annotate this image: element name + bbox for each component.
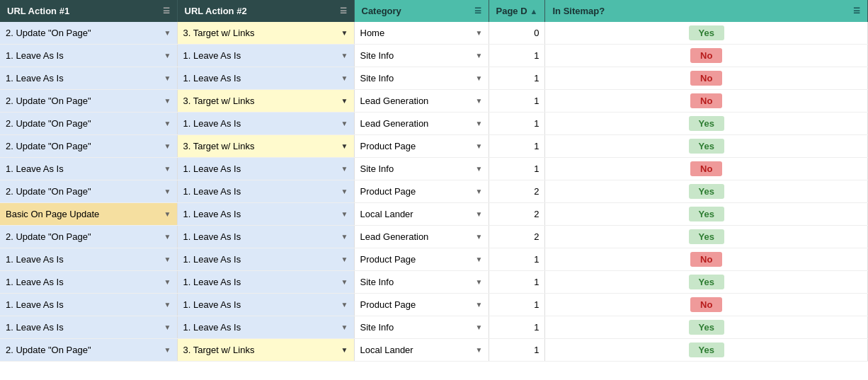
category-cell[interactable]: Home▼	[354, 22, 489, 45]
action2-cell[interactable]: 1. Leave As Is▼	[177, 45, 354, 67]
category-cell[interactable]: Site Info▼	[354, 45, 489, 67]
action2-cell[interactable]: 1. Leave As Is▼	[177, 294, 354, 316]
action2-dropdown-arrow[interactable]: ▼	[341, 346, 348, 354]
action2-cell[interactable]: 1. Leave As Is▼	[177, 203, 354, 226]
category-cell[interactable]: Product Page▼	[354, 135, 489, 158]
category-dropdown-arrow[interactable]: ▼	[476, 346, 483, 354]
category-cell[interactable]: Product Page▼	[354, 248, 489, 271]
action2-cell[interactable]: 3. Target w/ Links▼	[177, 339, 354, 362]
action1-dropdown-arrow[interactable]: ▼	[164, 97, 171, 105]
action1-cell[interactable]: 2. Update "On Page"▼	[0, 90, 177, 113]
category-dropdown-arrow[interactable]: ▼	[476, 29, 483, 37]
action1-cell[interactable]: 2. Update "On Page"▼	[0, 226, 177, 248]
action2-dropdown-arrow[interactable]: ▼	[341, 97, 348, 105]
action1-dropdown-arrow[interactable]: ▼	[164, 278, 171, 286]
action1-dropdown-arrow[interactable]: ▼	[164, 323, 171, 331]
category-cell[interactable]: Lead Generation▼	[354, 226, 489, 248]
action2-dropdown-arrow[interactable]: ▼	[341, 323, 348, 331]
action1-cell[interactable]: 1. Leave As Is▼	[0, 294, 177, 316]
category-cell[interactable]: Lead Generation▼	[354, 113, 489, 135]
action2-cell[interactable]: 1. Leave As Is▼	[177, 248, 354, 271]
action1-dropdown-arrow[interactable]: ▼	[164, 301, 171, 309]
action1-dropdown-arrow[interactable]: ▼	[164, 52, 171, 59]
action2-cell[interactable]: 1. Leave As Is▼	[177, 316, 354, 339]
category-cell[interactable]: Lead Generation▼	[354, 90, 489, 113]
category-dropdown-arrow[interactable]: ▼	[476, 165, 483, 173]
action1-dropdown-arrow[interactable]: ▼	[164, 188, 171, 195]
action1-cell[interactable]: 1. Leave As Is▼	[0, 158, 177, 180]
action2-cell[interactable]: 1. Leave As Is▼	[177, 226, 354, 248]
category-cell[interactable]: Product Page▼	[354, 180, 489, 203]
category-cell[interactable]: Local Lander▼	[354, 203, 489, 226]
action2-dropdown-arrow[interactable]: ▼	[341, 74, 348, 82]
category-dropdown-arrow[interactable]: ▼	[476, 323, 483, 331]
action1-dropdown-arrow[interactable]: ▼	[164, 29, 171, 37]
filter-icon-action2[interactable]: ☰	[340, 6, 347, 16]
action1-value: 1. Leave As Is	[6, 50, 64, 61]
category-cell[interactable]: Site Info▼	[354, 271, 489, 294]
action2-cell[interactable]: 1. Leave As Is▼	[177, 158, 354, 180]
action2-dropdown-arrow[interactable]: ▼	[341, 120, 348, 127]
action1-cell[interactable]: 1. Leave As Is▼	[0, 248, 177, 271]
action2-cell[interactable]: 1. Leave As Is▼	[177, 180, 354, 203]
action1-dropdown-arrow[interactable]: ▼	[164, 233, 171, 241]
action2-dropdown-arrow[interactable]: ▼	[341, 29, 348, 37]
category-dropdown-arrow[interactable]: ▼	[476, 74, 483, 82]
action2-dropdown-arrow[interactable]: ▼	[341, 52, 348, 59]
category-dropdown-arrow[interactable]: ▼	[476, 210, 483, 218]
action1-cell[interactable]: 1. Leave As Is▼	[0, 67, 177, 90]
category-cell[interactable]: Site Info▼	[354, 67, 489, 90]
action2-dropdown-arrow[interactable]: ▼	[341, 188, 348, 195]
filter-icon-category[interactable]: ☰	[474, 6, 481, 16]
category-dropdown-arrow[interactable]: ▼	[476, 255, 483, 263]
category-dropdown-arrow[interactable]: ▼	[476, 120, 483, 127]
category-cell[interactable]: Product Page▼	[354, 294, 489, 316]
category-cell[interactable]: Local Lander▼	[354, 339, 489, 362]
action2-dropdown-arrow[interactable]: ▼	[341, 278, 348, 286]
action1-value: 2. Update "On Page"	[6, 28, 91, 38]
category-dropdown-arrow[interactable]: ▼	[476, 233, 483, 241]
filter-icon-paged[interactable]: ▲	[530, 7, 538, 16]
category-dropdown-arrow[interactable]: ▼	[476, 142, 483, 150]
action1-dropdown-arrow[interactable]: ▼	[164, 346, 171, 354]
action2-dropdown-arrow[interactable]: ▼	[341, 255, 348, 263]
action2-dropdown-arrow[interactable]: ▼	[341, 233, 348, 241]
action1-dropdown-arrow[interactable]: ▼	[164, 74, 171, 82]
action2-dropdown-arrow[interactable]: ▼	[341, 301, 348, 309]
action1-cell[interactable]: Basic On Page Update▼	[0, 203, 177, 226]
action1-dropdown-arrow[interactable]: ▼	[164, 255, 171, 263]
action1-cell[interactable]: 2. Update "On Page"▼	[0, 135, 177, 158]
action2-dropdown-arrow[interactable]: ▼	[341, 210, 348, 218]
action1-dropdown-arrow[interactable]: ▼	[164, 120, 171, 127]
action1-cell[interactable]: 2. Update "On Page"▼	[0, 22, 177, 45]
action2-cell[interactable]: 1. Leave As Is▼	[177, 67, 354, 90]
action1-cell[interactable]: 1. Leave As Is▼	[0, 271, 177, 294]
category-dropdown-arrow[interactable]: ▼	[476, 188, 483, 195]
filter-icon-sitemap[interactable]: ☰	[853, 6, 860, 16]
action1-cell[interactable]: 2. Update "On Page"▼	[0, 339, 177, 362]
action2-value: 1. Leave As Is	[183, 186, 241, 197]
category-dropdown-arrow[interactable]: ▼	[476, 301, 483, 309]
action1-dropdown-arrow[interactable]: ▼	[164, 165, 171, 173]
action2-cell[interactable]: 3. Target w/ Links▼	[177, 90, 354, 113]
action1-dropdown-arrow[interactable]: ▼	[164, 210, 171, 218]
action1-cell[interactable]: 2. Update "On Page"▼	[0, 180, 177, 203]
action2-cell[interactable]: 3. Target w/ Links▼	[177, 135, 354, 158]
filter-icon-action1[interactable]: ☰	[163, 6, 170, 16]
category-dropdown-arrow[interactable]: ▼	[476, 52, 483, 59]
action2-cell[interactable]: 1. Leave As Is▼	[177, 113, 354, 135]
action2-cell[interactable]: 3. Target w/ Links▼	[177, 22, 354, 45]
category-dropdown-arrow[interactable]: ▼	[476, 278, 483, 286]
paged-value: 1	[534, 254, 539, 265]
category-cell[interactable]: Site Info▼	[354, 316, 489, 339]
action1-cell[interactable]: 2. Update "On Page"▼	[0, 113, 177, 135]
action2-cell[interactable]: 1. Leave As Is▼	[177, 271, 354, 294]
action1-cell[interactable]: 1. Leave As Is▼	[0, 45, 177, 67]
category-value: Site Info	[360, 50, 394, 61]
action1-cell[interactable]: 1. Leave As Is▼	[0, 316, 177, 339]
action1-dropdown-arrow[interactable]: ▼	[164, 142, 171, 150]
category-dropdown-arrow[interactable]: ▼	[476, 97, 483, 105]
category-cell[interactable]: Site Info▼	[354, 158, 489, 180]
action2-dropdown-arrow[interactable]: ▼	[341, 142, 348, 150]
action2-dropdown-arrow[interactable]: ▼	[341, 165, 348, 173]
